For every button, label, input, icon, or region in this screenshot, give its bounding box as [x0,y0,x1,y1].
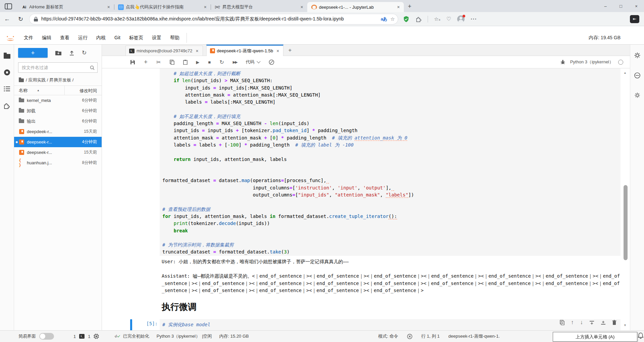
paste-icon[interactable] [183,60,187,65]
breadcrumb[interactable]: / 应用实践 / 昇腾开发板 / [14,74,102,86]
tab-close-icon[interactable]: × [106,4,111,10]
insert-cell-below-icon[interactable] [601,320,606,325]
menu-item-标签页[interactable]: 标签页 [125,33,148,43]
chevron-down-icon[interactable] [257,59,260,63]
menu-item-查看[interactable]: 查看 [56,33,74,43]
document-tab[interactable]: deepseek-r1-蒸馏-qwen-1.5b× [206,45,284,56]
favorite-star-icon[interactable]: ☆ [390,16,395,22]
tab-close-icon[interactable]: × [299,4,305,10]
extensions-puzzle-icon[interactable] [416,16,422,22]
run-icon[interactable]: ▶ [196,60,200,65]
tab-workspaces-icon[interactable] [5,3,12,9]
active-cell-indicator[interactable] [130,319,132,330]
column-modified[interactable]: 修改时间 [64,86,102,95]
more-menu-icon[interactable]: ··· [471,16,477,22]
favorites-bar-icon[interactable]: ☆≡ [434,16,440,22]
next-cell-editor[interactable]: # 实例化base model [160,319,621,330]
close-button[interactable]: × [629,0,644,12]
browser-tab[interactable]: deepseek-r1-... - JupyterLab× [307,2,404,12]
file-row[interactable]: kernel_meta6分钟前 [14,95,102,106]
file-row[interactable]: deepseek-r...4分钟前 [14,137,102,147]
file-row[interactable]: 卸载6分钟前 [14,106,102,116]
extension-manager-icon[interactable] [4,102,10,109]
url-text[interactable]: https://cloud-29749c72-bb2b-4903-a3e2-53… [41,16,377,22]
minimize-button[interactable]: – [598,0,613,12]
file-row[interactable]: deepseek-r...15天前 [14,147,102,158]
stop-icon[interactable]: ■ [208,60,211,65]
scrollbar-up-icon[interactable]: ▲ [624,71,627,74]
settings-gear-icon[interactable] [634,92,640,98]
menu-item-设置[interactable]: 设置 [148,33,166,43]
browser-essentials-icon[interactable]: ♡ [446,16,451,22]
tab-close-icon[interactable]: × [203,4,208,10]
refresh-files-icon[interactable]: ↻ [82,49,87,56]
tab-close-icon[interactable]: × [396,4,401,10]
insert-cell-icon[interactable]: + [144,58,148,66]
sidebar-toggle-icon[interactable]: ⇤ [630,15,639,23]
file-browser-tab-icon[interactable] [4,54,10,59]
restart-kernel-icon[interactable]: ↻ [219,59,224,65]
terminal-icon[interactable]: $_ [79,334,85,339]
file-row[interactable]: { }huanhuan.j...8分钟前 [14,158,102,168]
delete-cell-icon[interactable] [612,320,616,325]
adblock-shield-icon[interactable] [403,16,410,22]
new-launcher-button[interactable]: + [18,48,48,58]
code-cell-editor[interactable]: # 如超过最大长度，则进行截断 if len(input_ids) > MAX_… [160,68,621,256]
file-row[interactable]: 输出6分钟前 [14,116,102,126]
menu-item-运行[interactable]: 运行 [74,33,92,43]
debugger-bug-icon[interactable] [560,59,566,65]
running-sessions-icon[interactable] [4,69,10,75]
back-icon[interactable]: ← [0,15,14,22]
kernel-status-icon[interactable] [618,60,623,65]
init-status[interactable]: 已完全初始化 [123,333,149,339]
simple-mode-toggle[interactable] [39,333,54,340]
save-icon[interactable] [130,60,135,65]
profile-avatar[interactable] [457,15,465,23]
scrollbar-thumb[interactable] [624,185,628,260]
translate-icon[interactable]: aあ [381,16,387,22]
slash-circle-icon[interactable] [269,59,274,65]
tab-close-icon[interactable]: × [194,48,200,54]
command-mode-label[interactable]: 模式: 命令 [378,333,398,339]
upload-icon[interactable] [69,50,74,56]
browser-tab[interactable]: [M]'昇思大模型平台× [211,2,307,12]
insert-cell-above-icon[interactable] [589,320,594,325]
add-document-icon[interactable]: + [287,47,295,56]
file-row[interactable]: deepdeek-r...15天前 [14,126,102,137]
column-name[interactable]: 名称▲ [14,88,64,94]
browser-tab[interactable]: []点我👆代码实训打卡操作指南× [114,2,211,12]
cell-type-select[interactable]: 代码 [246,59,255,65]
cursor-position[interactable]: 行 1, 列 1 [421,333,440,339]
scrollbar-down-icon[interactable]: ▼ [624,324,627,327]
move-cell-down-icon[interactable]: ↓ [580,319,583,326]
new-tab-button[interactable]: + [404,3,416,12]
duplicate-cell-icon[interactable] [560,320,565,325]
menu-item-帮助[interactable]: 帮助 [166,33,184,43]
tab-close-icon[interactable]: × [275,48,280,54]
browser-tab[interactable]: AiAiHome 新标签页× [17,2,114,12]
copy-icon[interactable] [170,60,174,65]
maximize-button[interactable]: □ [613,0,629,12]
menu-item-编辑[interactable]: 编辑 [38,33,56,43]
new-folder-icon[interactable] [55,50,62,56]
refresh-icon[interactable]: ↻ [14,15,27,23]
document-tab[interactable]: $_mindspore@cloud-29749c72× [125,46,203,56]
kernel-name[interactable]: Python 3（ipykernel） [570,59,613,65]
notification-dismiss-icon[interactable] [407,334,413,339]
active-file-label[interactable]: deepseek-r1-蒸馏-qwen-1. [448,333,500,339]
menu-item-文件[interactable]: 文件 [19,33,38,43]
table-of-contents-icon[interactable] [4,86,10,92]
resource-usage-icon[interactable] [634,72,641,79]
restart-run-all-icon[interactable]: ▶▶ [233,60,237,64]
property-inspector-gear-icon[interactable] [634,52,641,59]
url-field[interactable]: https://cloud-29749c72-bb2b-4903-a3e2-53… [29,14,398,24]
kernel-status-label[interactable]: Python 3（ipykernel） [157,333,200,339]
menu-item-Git[interactable]: Git [110,33,125,43]
filter-files-input[interactable]: 按文件名过滤 [18,62,98,73]
notebook-scroll-area[interactable]: # 如超过最大长度，则进行截断 if len(input_ids) > MAX_… [102,68,630,330]
cut-icon[interactable]: ✂ [156,59,161,65]
kernel-chip-icon[interactable] [94,334,99,339]
menu-item-内核[interactable]: 内核 [92,33,110,43]
breadcrumb-path[interactable]: / 应用实践 / 昇腾开发板 / [26,77,73,83]
move-cell-up-icon[interactable]: ↑ [571,319,574,326]
